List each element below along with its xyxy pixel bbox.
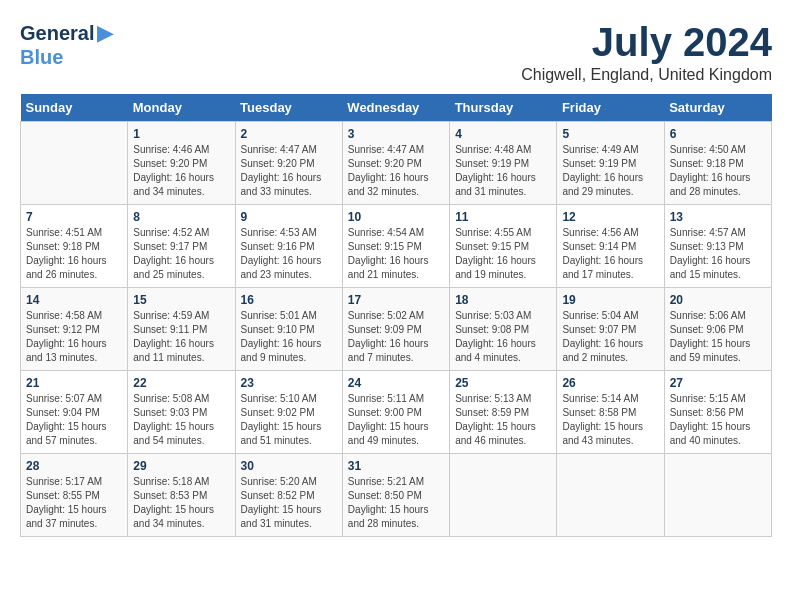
- day-number: 29: [133, 459, 229, 473]
- day-detail: Sunrise: 5:06 AM Sunset: 9:06 PM Dayligh…: [670, 309, 766, 365]
- day-detail: Sunrise: 4:58 AM Sunset: 9:12 PM Dayligh…: [26, 309, 122, 365]
- day-number: 30: [241, 459, 337, 473]
- day-number: 27: [670, 376, 766, 390]
- day-detail: Sunrise: 5:04 AM Sunset: 9:07 PM Dayligh…: [562, 309, 658, 365]
- calendar-week-row: 21Sunrise: 5:07 AM Sunset: 9:04 PM Dayli…: [21, 371, 772, 454]
- day-number: 31: [348, 459, 444, 473]
- day-of-week-header: Friday: [557, 94, 664, 122]
- day-detail: Sunrise: 5:21 AM Sunset: 8:50 PM Dayligh…: [348, 475, 444, 531]
- day-detail: Sunrise: 5:14 AM Sunset: 8:58 PM Dayligh…: [562, 392, 658, 448]
- calendar-cell: 24Sunrise: 5:11 AM Sunset: 9:00 PM Dayli…: [342, 371, 449, 454]
- calendar-cell: 2Sunrise: 4:47 AM Sunset: 9:20 PM Daylig…: [235, 122, 342, 205]
- day-number: 16: [241, 293, 337, 307]
- day-detail: Sunrise: 4:46 AM Sunset: 9:20 PM Dayligh…: [133, 143, 229, 199]
- title-section: July 2024 Chigwell, England, United King…: [521, 20, 772, 84]
- logo-bird-icon: ▶: [97, 20, 114, 46]
- location-subtitle: Chigwell, England, United Kingdom: [521, 66, 772, 84]
- calendar-week-row: 7Sunrise: 4:51 AM Sunset: 9:18 PM Daylig…: [21, 205, 772, 288]
- calendar-cell: 8Sunrise: 4:52 AM Sunset: 9:17 PM Daylig…: [128, 205, 235, 288]
- day-detail: Sunrise: 5:03 AM Sunset: 9:08 PM Dayligh…: [455, 309, 551, 365]
- day-number: 18: [455, 293, 551, 307]
- day-number: 13: [670, 210, 766, 224]
- day-number: 6: [670, 127, 766, 141]
- day-number: 21: [26, 376, 122, 390]
- calendar-cell: 31Sunrise: 5:21 AM Sunset: 8:50 PM Dayli…: [342, 454, 449, 537]
- day-detail: Sunrise: 5:08 AM Sunset: 9:03 PM Dayligh…: [133, 392, 229, 448]
- day-number: 28: [26, 459, 122, 473]
- calendar-cell: 25Sunrise: 5:13 AM Sunset: 8:59 PM Dayli…: [450, 371, 557, 454]
- day-detail: Sunrise: 4:47 AM Sunset: 9:20 PM Dayligh…: [348, 143, 444, 199]
- day-detail: Sunrise: 4:48 AM Sunset: 9:19 PM Dayligh…: [455, 143, 551, 199]
- day-detail: Sunrise: 5:18 AM Sunset: 8:53 PM Dayligh…: [133, 475, 229, 531]
- calendar-cell: [450, 454, 557, 537]
- calendar-cell: 4Sunrise: 4:48 AM Sunset: 9:19 PM Daylig…: [450, 122, 557, 205]
- calendar-cell: [21, 122, 128, 205]
- day-number: 26: [562, 376, 658, 390]
- calendar-cell: 12Sunrise: 4:56 AM Sunset: 9:14 PM Dayli…: [557, 205, 664, 288]
- calendar-cell: 20Sunrise: 5:06 AM Sunset: 9:06 PM Dayli…: [664, 288, 771, 371]
- day-detail: Sunrise: 4:51 AM Sunset: 9:18 PM Dayligh…: [26, 226, 122, 282]
- day-number: 8: [133, 210, 229, 224]
- calendar-cell: 1Sunrise: 4:46 AM Sunset: 9:20 PM Daylig…: [128, 122, 235, 205]
- day-of-week-header: Wednesday: [342, 94, 449, 122]
- day-number: 4: [455, 127, 551, 141]
- day-detail: Sunrise: 5:11 AM Sunset: 9:00 PM Dayligh…: [348, 392, 444, 448]
- calendar-cell: 5Sunrise: 4:49 AM Sunset: 9:19 PM Daylig…: [557, 122, 664, 205]
- day-of-week-header: Thursday: [450, 94, 557, 122]
- calendar-table: SundayMondayTuesdayWednesdayThursdayFrid…: [20, 94, 772, 537]
- day-detail: Sunrise: 4:54 AM Sunset: 9:15 PM Dayligh…: [348, 226, 444, 282]
- calendar-week-row: 14Sunrise: 4:58 AM Sunset: 9:12 PM Dayli…: [21, 288, 772, 371]
- calendar-week-row: 1Sunrise: 4:46 AM Sunset: 9:20 PM Daylig…: [21, 122, 772, 205]
- calendar-cell: [664, 454, 771, 537]
- calendar-cell: 28Sunrise: 5:17 AM Sunset: 8:55 PM Dayli…: [21, 454, 128, 537]
- day-number: 11: [455, 210, 551, 224]
- calendar-cell: 14Sunrise: 4:58 AM Sunset: 9:12 PM Dayli…: [21, 288, 128, 371]
- logo-blue-text: Blue: [20, 46, 63, 69]
- calendar-cell: 26Sunrise: 5:14 AM Sunset: 8:58 PM Dayli…: [557, 371, 664, 454]
- day-detail: Sunrise: 5:20 AM Sunset: 8:52 PM Dayligh…: [241, 475, 337, 531]
- day-detail: Sunrise: 4:53 AM Sunset: 9:16 PM Dayligh…: [241, 226, 337, 282]
- calendar-cell: [557, 454, 664, 537]
- calendar-cell: 7Sunrise: 4:51 AM Sunset: 9:18 PM Daylig…: [21, 205, 128, 288]
- day-number: 10: [348, 210, 444, 224]
- calendar-cell: 15Sunrise: 4:59 AM Sunset: 9:11 PM Dayli…: [128, 288, 235, 371]
- day-detail: Sunrise: 4:47 AM Sunset: 9:20 PM Dayligh…: [241, 143, 337, 199]
- logo-general-text: General: [20, 22, 94, 45]
- day-detail: Sunrise: 5:15 AM Sunset: 8:56 PM Dayligh…: [670, 392, 766, 448]
- month-year-title: July 2024: [521, 20, 772, 64]
- day-number: 9: [241, 210, 337, 224]
- day-number: 23: [241, 376, 337, 390]
- calendar-cell: 6Sunrise: 4:50 AM Sunset: 9:18 PM Daylig…: [664, 122, 771, 205]
- day-detail: Sunrise: 5:13 AM Sunset: 8:59 PM Dayligh…: [455, 392, 551, 448]
- day-detail: Sunrise: 4:52 AM Sunset: 9:17 PM Dayligh…: [133, 226, 229, 282]
- calendar-cell: 11Sunrise: 4:55 AM Sunset: 9:15 PM Dayli…: [450, 205, 557, 288]
- day-detail: Sunrise: 5:10 AM Sunset: 9:02 PM Dayligh…: [241, 392, 337, 448]
- day-detail: Sunrise: 5:02 AM Sunset: 9:09 PM Dayligh…: [348, 309, 444, 365]
- day-number: 20: [670, 293, 766, 307]
- page-header: General ▶ Blue July 2024 Chigwell, Engla…: [20, 20, 772, 84]
- day-detail: Sunrise: 5:17 AM Sunset: 8:55 PM Dayligh…: [26, 475, 122, 531]
- day-number: 22: [133, 376, 229, 390]
- calendar-cell: 17Sunrise: 5:02 AM Sunset: 9:09 PM Dayli…: [342, 288, 449, 371]
- calendar-cell: 27Sunrise: 5:15 AM Sunset: 8:56 PM Dayli…: [664, 371, 771, 454]
- day-of-week-header: Monday: [128, 94, 235, 122]
- day-detail: Sunrise: 5:07 AM Sunset: 9:04 PM Dayligh…: [26, 392, 122, 448]
- calendar-cell: 10Sunrise: 4:54 AM Sunset: 9:15 PM Dayli…: [342, 205, 449, 288]
- day-number: 12: [562, 210, 658, 224]
- calendar-cell: 30Sunrise: 5:20 AM Sunset: 8:52 PM Dayli…: [235, 454, 342, 537]
- calendar-cell: 22Sunrise: 5:08 AM Sunset: 9:03 PM Dayli…: [128, 371, 235, 454]
- calendar-cell: 18Sunrise: 5:03 AM Sunset: 9:08 PM Dayli…: [450, 288, 557, 371]
- day-number: 24: [348, 376, 444, 390]
- day-number: 15: [133, 293, 229, 307]
- calendar-cell: 9Sunrise: 4:53 AM Sunset: 9:16 PM Daylig…: [235, 205, 342, 288]
- day-detail: Sunrise: 4:56 AM Sunset: 9:14 PM Dayligh…: [562, 226, 658, 282]
- calendar-header-row: SundayMondayTuesdayWednesdayThursdayFrid…: [21, 94, 772, 122]
- day-number: 3: [348, 127, 444, 141]
- day-detail: Sunrise: 4:55 AM Sunset: 9:15 PM Dayligh…: [455, 226, 551, 282]
- day-detail: Sunrise: 4:50 AM Sunset: 9:18 PM Dayligh…: [670, 143, 766, 199]
- calendar-cell: 13Sunrise: 4:57 AM Sunset: 9:13 PM Dayli…: [664, 205, 771, 288]
- calendar-cell: 19Sunrise: 5:04 AM Sunset: 9:07 PM Dayli…: [557, 288, 664, 371]
- day-number: 17: [348, 293, 444, 307]
- day-number: 14: [26, 293, 122, 307]
- day-of-week-header: Sunday: [21, 94, 128, 122]
